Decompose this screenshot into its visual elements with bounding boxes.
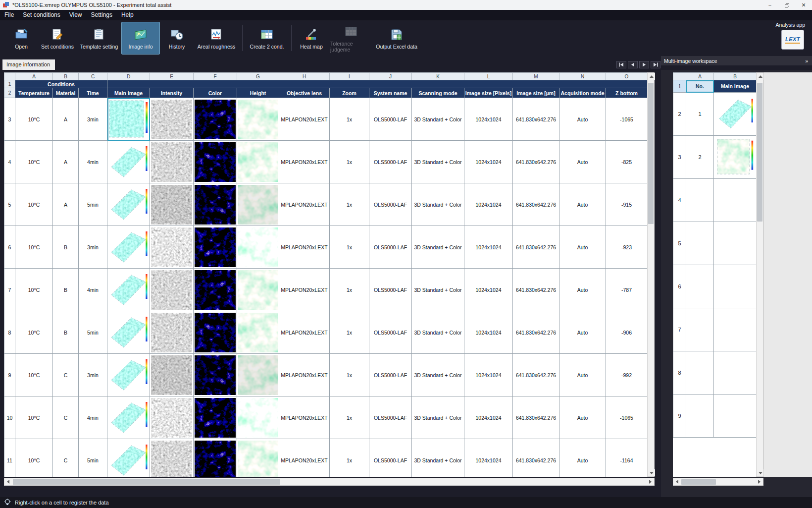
time-cell[interactable]: 5min [79,439,107,477]
close-button[interactable]: × [795,0,812,10]
row-number[interactable]: 6 [4,226,15,269]
scroll-up-icon[interactable] [648,73,655,80]
workspace-no-cell[interactable] [686,222,714,265]
main-image-cell[interactable] [107,354,150,396]
z-bottom-cell[interactable]: -787 [606,269,648,311]
row-number[interactable]: 4 [4,141,15,183]
acquisition-mode-cell[interactable]: Auto [559,354,606,396]
first-sheet-button[interactable] [616,61,626,68]
temperature-cell[interactable]: 10°C [15,183,53,226]
workspace-no-cell[interactable]: 2 [686,136,714,179]
system-name-cell[interactable]: OLS5000-LAF [369,396,412,439]
objective-lens-cell[interactable]: MPLAPON20xLEXT [279,439,330,477]
workspace-row-number[interactable]: 7 [673,308,686,351]
image-size-pixels-cell[interactable]: 1024x1024 [464,396,513,439]
main-image-cell[interactable] [107,269,150,311]
image-size-pixels-cell[interactable]: 1024x1024 [464,269,513,311]
row-number[interactable]: 9 [4,354,15,396]
scanning-mode-cell[interactable]: 3D Standard + Color [412,183,464,226]
zoom-cell[interactable]: 1x [330,141,369,183]
z-bottom-cell[interactable]: -1164 [606,439,648,477]
image-size-um-cell[interactable]: 641.830x642.276 [513,183,559,226]
time-cell[interactable]: 5min [79,183,107,226]
menu-settings[interactable]: Settings [87,10,117,20]
time-cell[interactable]: 3min [79,226,107,269]
horizontal-scroll-thumb[interactable] [13,479,280,485]
col-letter[interactable]: N [559,73,606,80]
col-letter-selected[interactable]: D [107,73,150,80]
height-cell[interactable] [237,141,279,183]
system-name-cell[interactable]: OLS5000-LAF [369,269,412,311]
material-cell[interactable]: C [53,396,79,439]
image-info-button[interactable]: Image info [121,22,160,55]
row-number[interactable]: 1 [4,80,15,88]
image-size-um-cell[interactable]: 641.830x642.276 [513,311,559,354]
col-letter[interactable]: F [194,73,237,80]
zoom-cell[interactable]: 1x [330,226,369,269]
workspace-no-cell[interactable] [686,351,714,395]
height-cell[interactable] [237,439,279,477]
workspace-corner-cell[interactable] [673,73,686,80]
header-objective-lens[interactable]: Objective lens [279,88,330,98]
z-bottom-cell[interactable]: -906 [606,311,648,354]
corner-cell[interactable] [4,73,15,80]
row-number[interactable]: 5 [4,183,15,226]
header-color[interactable]: Color [194,88,237,98]
main-image-cell[interactable] [107,141,150,183]
system-name-cell[interactable]: OLS5000-LAF [369,311,412,354]
workspace-row-number[interactable]: 1 [673,80,686,93]
temperature-cell[interactable]: 10°C [15,311,53,354]
system-name-cell[interactable]: OLS5000-LAF [369,98,412,141]
scroll-up-icon[interactable] [757,73,764,80]
vertical-scroll-thumb[interactable] [648,83,654,224]
time-cell[interactable]: 4min [79,396,107,439]
workspace-no-cell[interactable] [686,179,714,222]
objective-lens-cell[interactable]: MPLAPON20xLEXT [279,396,330,439]
row-number[interactable]: 2 [4,88,15,98]
workspace-main-image-cell[interactable] [714,136,757,179]
material-cell[interactable]: A [53,183,79,226]
z-bottom-cell[interactable]: -923 [606,226,648,269]
tolerance-judgement-button[interactable]: Tolerance judgeme [329,22,373,55]
system-name-cell[interactable]: OLS5000-LAF [369,439,412,477]
workspace-row-number[interactable]: 2 [673,93,686,136]
image-size-um-cell[interactable]: 641.830x642.276 [513,396,559,439]
color-cell[interactable] [194,141,237,183]
header-system-name[interactable]: System name [369,88,412,98]
open-button[interactable]: Open [5,22,37,55]
workspace-row-number[interactable]: 3 [673,136,686,179]
menu-set-conditions[interactable]: Set conditions [18,10,64,20]
image-size-pixels-cell[interactable]: 1024x1024 [464,439,513,477]
image-size-pixels-cell[interactable]: 1024x1024 [464,183,513,226]
intensity-cell[interactable] [150,183,194,226]
time-cell[interactable]: 3min [79,98,107,141]
material-cell[interactable]: B [53,226,79,269]
temperature-cell[interactable]: 10°C [15,98,53,141]
zoom-cell[interactable]: 1x [330,183,369,226]
z-bottom-cell[interactable]: -1065 [606,396,648,439]
workspace-row-number[interactable]: 5 [673,222,686,265]
zoom-cell[interactable]: 1x [330,311,369,354]
workspace-no-cell[interactable] [686,265,714,308]
time-cell[interactable]: 4min [79,141,107,183]
time-cell[interactable]: 4min [79,269,107,311]
image-size-um-cell[interactable]: 641.830x642.276 [513,141,559,183]
material-cell[interactable]: C [53,354,79,396]
height-cell[interactable] [237,311,279,354]
acquisition-mode-cell[interactable]: Auto [559,396,606,439]
color-cell[interactable] [194,226,237,269]
time-cell[interactable]: 5min [79,311,107,354]
image-size-um-cell[interactable]: 641.830x642.276 [513,226,559,269]
col-letter[interactable]: C [79,73,107,80]
main-image-cell[interactable] [107,98,150,141]
row-number[interactable]: 11 [4,439,15,477]
color-cell[interactable] [194,439,237,477]
prev-sheet-button[interactable] [628,61,638,68]
image-size-pixels-cell[interactable]: 1024x1024 [464,354,513,396]
intensity-cell[interactable] [150,226,194,269]
acquisition-mode-cell[interactable]: Auto [559,141,606,183]
main-horizontal-scrollbar[interactable] [4,478,655,486]
set-conditions-button[interactable]: Set conditions [38,22,77,55]
scanning-mode-cell[interactable]: 3D Standard + Color [412,226,464,269]
header-height[interactable]: Height [237,88,279,98]
